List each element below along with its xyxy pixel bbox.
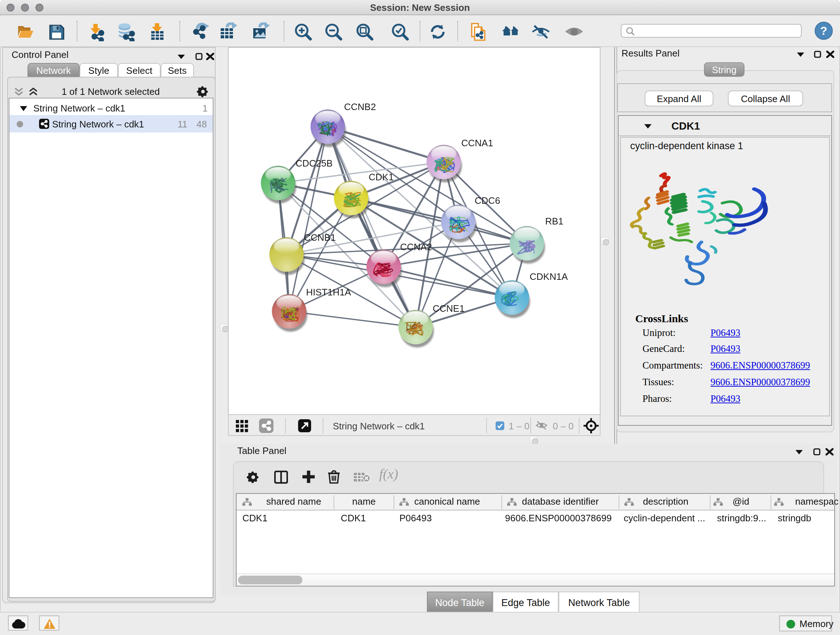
svg-text:CCNA2: CCNA2 <box>400 241 432 252</box>
svg-text:RB1: RB1 <box>545 216 564 226</box>
svg-text:CDC6: CDC6 <box>475 195 500 206</box>
svg-text:CCNA1: CCNA1 <box>461 138 493 149</box>
svg-text:?: ? <box>820 24 827 37</box>
svg-text:HIST1H1A: HIST1H1A <box>306 287 351 298</box>
svg-text:CDKN1A: CDKN1A <box>530 271 568 282</box>
svg-text:CDC25B: CDC25B <box>295 158 333 169</box>
svg-text:CCNE1: CCNE1 <box>433 303 464 314</box>
svg-text:CCNB2: CCNB2 <box>344 101 376 112</box>
svg-text:CCNB1: CCNB1 <box>304 232 336 243</box>
svg-text:CDK1: CDK1 <box>369 172 393 182</box>
